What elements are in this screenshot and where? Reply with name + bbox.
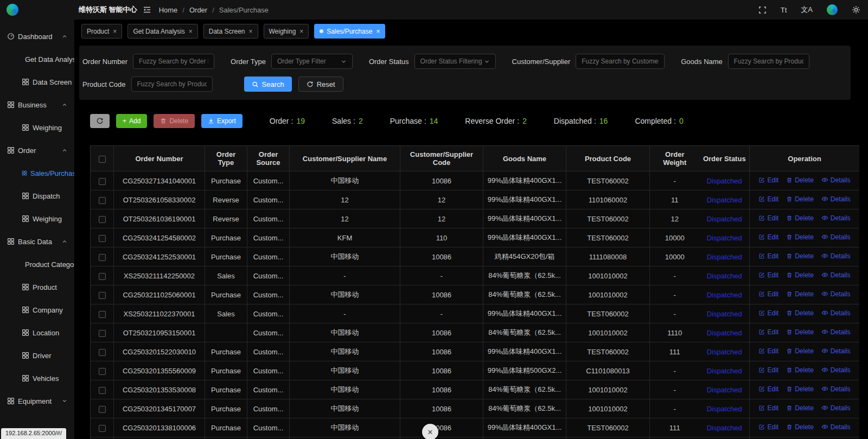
sidebar-item-order[interactable]: Order [0,139,74,162]
edit-link[interactable]: Edit [758,328,778,336]
tab-get-data-analysis[interactable]: Get Data Analysis× [127,24,197,39]
sidebar-item-weighing[interactable]: Weighing [0,207,74,230]
delete-link[interactable]: Delete [786,252,814,260]
edit-link[interactable]: Edit [758,309,778,317]
delete-button[interactable]: Delete [154,114,195,128]
row-checkbox[interactable] [99,216,106,223]
details-link[interactable]: Details [821,328,851,336]
details-link[interactable]: Details [821,233,851,241]
search-button[interactable]: Search [244,77,292,92]
details-link[interactable]: Details [821,252,851,260]
tab-weighing[interactable]: Weighing× [264,24,309,39]
row-checkbox[interactable] [99,406,106,413]
details-link[interactable]: Details [821,271,851,279]
row-checkbox[interactable] [99,273,106,280]
close-icon[interactable]: × [113,28,117,35]
delete-link[interactable]: Delete [786,271,814,279]
edit-link[interactable]: Edit [758,404,778,412]
details-link[interactable]: Details [821,366,851,374]
row-checkbox[interactable] [99,330,106,337]
details-link[interactable]: Details [821,347,851,355]
row-checkbox[interactable] [99,254,106,261]
language-icon[interactable]: 文A [801,5,813,15]
sidebar-collapse-icon[interactable] [143,5,151,14]
edit-link[interactable]: Edit [758,233,778,241]
sidebar-item-vehicles[interactable]: Vehicles [0,367,74,390]
details-link[interactable]: Details [821,404,851,412]
row-checkbox[interactable] [99,425,106,432]
row-checkbox[interactable] [99,349,106,356]
sidebar-item-get-data-analysis[interactable]: Get Data Analysis [0,48,74,71]
refresh-button[interactable] [90,114,110,128]
tab-data-screen[interactable]: Data Screen× [203,24,258,39]
sidebar-item-weighing[interactable]: Weighing [0,116,74,139]
close-icon[interactable]: × [376,28,380,35]
font-size-icon[interactable]: Tt [781,6,787,14]
tab-product[interactable]: Product× [81,24,122,39]
details-link[interactable]: Details [821,385,851,393]
edit-link[interactable]: Edit [758,290,778,298]
edit-link[interactable]: Edit [758,176,778,184]
reset-button[interactable]: Reset [298,77,343,92]
sidebar-item-product[interactable]: Product [0,276,74,298]
add-button[interactable]: + Add [116,114,147,128]
row-checkbox[interactable] [99,235,106,242]
edit-link[interactable]: Edit [758,423,778,431]
user-avatar[interactable] [827,4,838,15]
delete-link[interactable]: Delete [786,385,814,393]
customer-supplier-input[interactable] [576,54,665,69]
details-link[interactable]: Details [821,214,851,222]
delete-link[interactable]: Delete [786,233,814,241]
tab-sales-purchase[interactable]: Sales/Purchase× [314,24,385,39]
sidebar-item-dispatch[interactable]: Dispatch [0,184,74,207]
delete-link[interactable]: Delete [786,366,814,374]
delete-link[interactable]: Delete [786,423,814,431]
delete-link[interactable]: Delete [786,195,814,203]
edit-link[interactable]: Edit [758,385,778,393]
delete-link[interactable]: Delete [786,176,814,184]
details-link[interactable]: Details [821,423,851,431]
sidebar-item-data-screen[interactable]: Data Screen [0,71,74,93]
details-link[interactable]: Details [821,309,851,317]
sidebar-item-location[interactable]: Location [0,321,74,344]
edit-link[interactable]: Edit [758,214,778,222]
order-number-input[interactable] [133,54,214,69]
delete-link[interactable]: Delete [786,309,814,317]
delete-link[interactable]: Delete [786,214,814,222]
sidebar-item-business[interactable]: Business [0,93,74,116]
goods-name-input[interactable] [728,54,809,69]
edit-link[interactable]: Edit [758,347,778,355]
breadcrumb-order[interactable]: Order [189,6,207,14]
sidebar-item-company[interactable]: Company [0,298,74,321]
fullscreen-icon[interactable] [758,6,767,14]
edit-link[interactable]: Edit [758,271,778,279]
row-checkbox[interactable] [99,387,106,394]
export-button[interactable]: Export [201,114,242,128]
breadcrumb-home[interactable]: Home [159,6,178,14]
sidebar-item-dashboard[interactable]: Dashboard [0,25,74,48]
edit-link[interactable]: Edit [758,195,778,203]
sidebar-item-equipment[interactable]: Equipment [0,390,74,412]
close-icon[interactable]: × [189,28,193,35]
sidebar-item-sales-purchase[interactable]: Sales/Purchase [0,162,74,184]
details-link[interactable]: Details [821,195,851,203]
sidebar-item-basic-data[interactable]: Basic Data [0,230,74,253]
order-type-select[interactable]: Order Type Filter [271,54,353,69]
row-checkbox[interactable] [99,197,106,204]
settings-gear-icon[interactable] [852,5,860,14]
delete-link[interactable]: Delete [786,328,814,336]
delete-link[interactable]: Delete [786,290,814,298]
sidebar-item-driver[interactable]: Driver [0,344,74,367]
product-code-input[interactable] [131,77,213,92]
select-all-checkbox[interactable] [99,156,106,163]
delete-link[interactable]: Delete [786,347,814,355]
delete-link[interactable]: Delete [786,404,814,412]
row-checkbox[interactable] [99,178,106,185]
row-checkbox[interactable] [99,368,106,375]
row-checkbox[interactable] [99,292,106,299]
details-link[interactable]: Details [821,290,851,298]
sidebar-item-product-category[interactable]: Product Category [0,253,74,276]
collapse-float-button[interactable]: ✕ [422,424,438,439]
edit-link[interactable]: Edit [758,252,778,260]
edit-link[interactable]: Edit [758,366,778,374]
